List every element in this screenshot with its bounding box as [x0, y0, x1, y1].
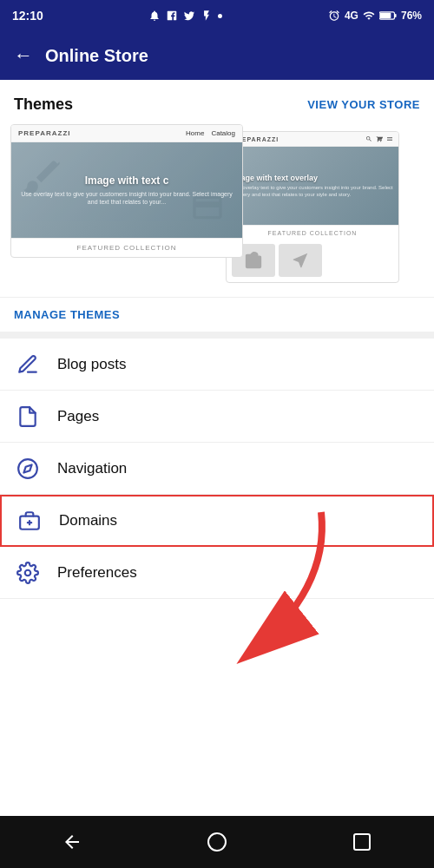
- menu-item-domains[interactable]: Domains: [0, 495, 434, 547]
- nav-back-button[interactable]: [55, 825, 89, 859]
- notification-icon: [148, 10, 161, 22]
- view-store-link[interactable]: VIEW YOUR STORE: [307, 98, 420, 111]
- nav-recent-button[interactable]: [345, 825, 379, 859]
- gear-icon: [16, 562, 39, 584]
- status-bar: 12:10 4G 76%: [0, 0, 434, 31]
- alarm-icon: [328, 10, 340, 22]
- svg-rect-11: [354, 834, 370, 850]
- section-divider: [0, 332, 434, 339]
- theme-hero-overlay: Image with text c Use overlay text to gi…: [11, 168, 242, 213]
- nav-home-button[interactable]: [200, 825, 234, 859]
- theme-card-header: PREPARAZZI Home Catalog: [11, 125, 242, 142]
- secondary-theme-card[interactable]: PREPARAZZI Image with text overlay Use o…: [226, 131, 399, 283]
- status-right-icons: 4G 76%: [328, 10, 422, 22]
- secondary-hero-content: Image with text overlay Use overlay text…: [227, 168, 398, 204]
- theme-nav-catalog: Catalog: [211, 129, 235, 137]
- page-icon: [16, 405, 39, 428]
- theme-hero-main: Image with text c Use overlay text to gi…: [11, 142, 242, 238]
- pages-label: Pages: [57, 408, 99, 425]
- edit-icon-container: [14, 351, 42, 378]
- menu-item-blog-posts[interactable]: Blog posts: [0, 339, 434, 391]
- battery-percent: 76%: [401, 10, 422, 22]
- theme-nav: Home Catalog: [186, 129, 235, 137]
- theme-previews-container: PREPARAZZI Home Catalog Image with text …: [0, 124, 434, 297]
- navigation-label: Navigation: [57, 460, 127, 477]
- secondary-hero-subtitle: Use overlay text to give your customers …: [232, 185, 393, 199]
- main-theme-card[interactable]: PREPARAZZI Home Catalog Image with text …: [10, 124, 243, 258]
- svg-point-10: [208, 833, 226, 851]
- battery-icon: [379, 10, 397, 22]
- preferences-label: Preferences: [57, 564, 137, 582]
- manage-themes-link[interactable]: MANAGE THEMES: [0, 297, 434, 332]
- domains-label: Domains: [59, 512, 117, 529]
- svg-rect-1: [395, 14, 397, 17]
- themes-section-title: Themes: [14, 95, 73, 114]
- menu-item-navigation[interactable]: Navigation: [0, 443, 434, 495]
- nav-home-icon: [207, 832, 227, 852]
- facebook-icon: [166, 10, 178, 22]
- twitter-icon: [183, 10, 195, 22]
- page-icon-container: [14, 403, 42, 431]
- secondary-theme-icons: [365, 135, 393, 142]
- compass-icon: [16, 457, 39, 480]
- secondary-featured-label: FEATURED COLLECTION: [227, 225, 398, 240]
- secondary-theme-hero: Image with text overlay Use overlay text…: [227, 147, 398, 225]
- signal-icon: [363, 10, 375, 22]
- top-nav: ← Online Store: [0, 31, 434, 80]
- svg-point-3: [18, 459, 37, 478]
- network-label: 4G: [345, 10, 358, 22]
- domains-icon: [18, 510, 41, 532]
- theme-hero-title: Image with text c: [18, 174, 235, 187]
- svg-marker-4: [23, 464, 31, 472]
- domains-icon-container: [16, 507, 43, 535]
- nav-back-icon: [62, 832, 82, 852]
- dot-icon: [218, 14, 222, 18]
- themes-header: Themes VIEW YOUR STORE: [0, 80, 434, 124]
- secondary-theme-header: PREPARAZZI: [227, 132, 398, 147]
- bolt-icon: [201, 10, 213, 22]
- svg-rect-2: [380, 13, 391, 19]
- theme-nav-home: Home: [186, 129, 204, 137]
- theme-logo: PREPARAZZI: [18, 129, 71, 137]
- theme-hero-subtitle: Use overlay text to give your customers …: [18, 190, 235, 206]
- secondary-hero-title: Image with text overlay: [232, 174, 393, 182]
- nav-recent-icon: [352, 832, 372, 852]
- secondary-collection-items: [227, 240, 398, 282]
- back-button[interactable]: ←: [14, 44, 33, 67]
- bottom-nav: [0, 816, 434, 868]
- status-left-icons: [148, 10, 222, 22]
- edit-icon: [16, 353, 39, 376]
- gear-icon-container: [14, 559, 42, 587]
- collection-item-2: [279, 244, 322, 277]
- page-title: Online Store: [45, 46, 148, 66]
- main-content: Themes VIEW YOUR STORE PREPARAZZI Home C…: [0, 80, 434, 816]
- blog-posts-label: Blog posts: [57, 356, 126, 373]
- theme-featured-label: FEATURED COLLECTION: [11, 238, 242, 257]
- menu-item-preferences[interactable]: Preferences: [0, 547, 434, 599]
- compass-icon-container: [14, 455, 42, 483]
- status-time: 12:10: [12, 9, 43, 23]
- menu-item-pages[interactable]: Pages: [0, 391, 434, 443]
- menu-list: Blog posts Pages Navigation: [0, 339, 434, 599]
- svg-point-8: [25, 569, 31, 575]
